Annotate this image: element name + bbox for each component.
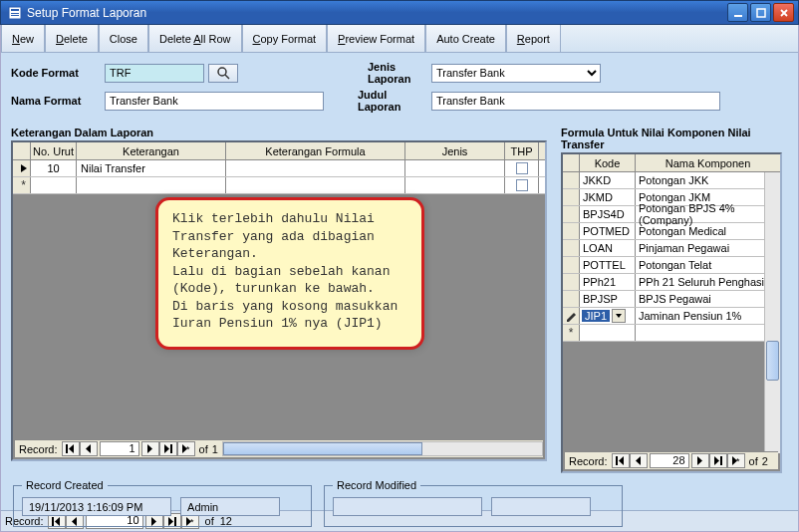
maximize-button[interactable]	[750, 3, 771, 22]
svg-text:*: *	[736, 456, 740, 465]
svg-rect-11	[66, 444, 68, 453]
svg-rect-25	[720, 456, 722, 465]
search-icon	[216, 66, 230, 80]
svg-marker-15	[164, 444, 169, 453]
svg-marker-24	[714, 456, 719, 465]
keterangan-grid-panel: No. Urut Keterangan Keterangan Formula J…	[11, 140, 547, 461]
table-row[interactable]: BPJS4DPotongan BPJS 4% (Company)	[563, 206, 780, 223]
svg-rect-4	[734, 15, 742, 17]
nama-format-input[interactable]: Transfer Bank	[105, 92, 324, 111]
thp-checkbox[interactable]	[516, 162, 528, 174]
jenis-laporan-select[interactable]: Transfer Bank	[431, 64, 601, 83]
judul-laporan-input[interactable]: Transfer Bank	[431, 92, 720, 111]
col-jenis[interactable]: Jenis	[405, 142, 505, 159]
nav-total: 1	[212, 443, 218, 455]
record-created-by: Admin	[180, 497, 280, 516]
svg-marker-22	[636, 456, 641, 465]
svg-marker-13	[86, 444, 91, 453]
nav-first-button[interactable]	[612, 453, 630, 468]
app-icon	[7, 5, 23, 21]
close-window-button[interactable]	[773, 3, 794, 22]
table-row[interactable]: POTTELPotongan Telat	[563, 257, 780, 274]
svg-marker-12	[69, 444, 74, 453]
svg-marker-19	[616, 314, 622, 318]
pencil-icon	[566, 311, 577, 322]
col-thp[interactable]: THP	[505, 142, 539, 159]
col-ket-formula[interactable]: Keterangan Formula	[226, 142, 405, 159]
edit-row[interactable]: JIP1 Jaminan Pensiun 1%	[563, 308, 780, 325]
titlebar: Setup Format Laporan	[0, 0, 799, 25]
col-keterangan[interactable]: Keterangan	[77, 142, 226, 159]
nav-next-button[interactable]	[141, 441, 159, 456]
table-row[interactable]: POTMEDPotongan Medical	[563, 223, 780, 240]
record-created-fieldset: Record Created 19/11/2013 1:16:09 PM Adm…	[13, 479, 312, 527]
col-nama-komponen[interactable]: Nama Komponen	[636, 154, 780, 171]
client-area: Kode Format TRF Jenis Laporan Transfer B…	[0, 53, 799, 510]
copy-format-button[interactable]: Copy Format	[242, 25, 328, 53]
thp-checkbox[interactable]	[516, 179, 528, 191]
new-button[interactable]: New	[1, 25, 45, 53]
nav-total: 2	[762, 455, 768, 467]
toolbar: New Delete Close Delete All Row Copy For…	[0, 25, 799, 53]
minimize-button[interactable]	[727, 3, 748, 22]
record-created-legend: Record Created	[22, 479, 108, 491]
kode-format-label: Kode Format	[11, 67, 101, 79]
nav-new-button[interactable]: *	[727, 453, 745, 468]
new-row[interactable]	[13, 177, 545, 194]
svg-rect-3	[11, 15, 19, 16]
svg-rect-2	[11, 13, 19, 14]
svg-text:*: *	[186, 444, 190, 453]
svg-rect-5	[757, 9, 765, 17]
table-row[interactable]: BPJSPBPJS Pegawai	[563, 291, 780, 308]
nama-format-label: Nama Format	[11, 95, 101, 107]
nav-current[interactable]: 1	[100, 441, 139, 456]
record-modified-time	[333, 497, 482, 516]
svg-marker-23	[697, 456, 702, 465]
nav-prev-button[interactable]	[80, 441, 98, 456]
svg-rect-1	[11, 9, 19, 11]
svg-marker-10	[21, 164, 27, 172]
new-row[interactable]	[563, 325, 780, 342]
nav-last-button[interactable]	[159, 441, 177, 456]
left-record-nav: Record: 1 * of 1	[15, 439, 543, 457]
row-selector-header	[563, 154, 580, 171]
search-kode-button[interactable]	[208, 64, 238, 83]
auto-create-button[interactable]: Auto Create	[425, 25, 506, 53]
nav-last-button[interactable]	[709, 453, 727, 468]
svg-rect-20	[616, 456, 618, 465]
v-scrollbar[interactable]	[764, 172, 780, 453]
komponen-grid-panel: Kode Nama Komponen JKKDPotongan JKKJKMDP…	[561, 152, 782, 473]
nav-next-button[interactable]	[691, 453, 709, 468]
table-row[interactable]: LOANPinjaman Pegawai	[563, 240, 780, 257]
section-right-title: Formula Untuk Nilai Komponen Nilai Trans…	[561, 127, 782, 150]
nav-current[interactable]: 28	[650, 453, 689, 468]
record-modified-fieldset: Record Modified	[324, 479, 623, 527]
close-button[interactable]: Close	[99, 25, 148, 53]
record-created-time: 19/11/2013 1:16:09 PM	[22, 497, 171, 516]
svg-point-8	[218, 68, 226, 76]
nav-first-button[interactable]	[62, 441, 80, 456]
row-selector-header	[13, 142, 31, 159]
svg-marker-14	[147, 444, 152, 453]
judul-laporan-label: Judul Laporan	[328, 89, 427, 113]
kode-format-input[interactable]: TRF	[105, 64, 204, 83]
col-kode[interactable]: Kode	[580, 154, 636, 171]
nav-new-button[interactable]: *	[177, 441, 195, 456]
preview-format-button[interactable]: Preview Format	[327, 25, 425, 53]
record-modified-legend: Record Modified	[333, 479, 420, 491]
svg-marker-21	[619, 456, 624, 465]
delete-all-row-button[interactable]: Delete All Row	[148, 25, 242, 53]
table-row[interactable]: PPh21PPh 21 Seluruh Penghasilan	[563, 274, 780, 291]
col-no-urut[interactable]: No. Urut	[31, 142, 77, 159]
table-row[interactable]: JKKDPotongan JKK	[563, 172, 780, 189]
record-modified-by	[491, 497, 591, 516]
nav-prev-button[interactable]	[630, 453, 648, 468]
table-row[interactable]: 10 Nilai Transfer	[13, 160, 545, 177]
right-record-nav: Record: 28 * of 2	[565, 451, 778, 469]
delete-button[interactable]: Delete	[45, 25, 99, 53]
svg-line-9	[225, 75, 229, 79]
dropdown-icon[interactable]	[612, 309, 626, 323]
report-button[interactable]: Report	[506, 25, 561, 53]
kode-edit-cell[interactable]: JIP1	[580, 308, 635, 324]
h-scrollbar[interactable]	[222, 441, 543, 456]
